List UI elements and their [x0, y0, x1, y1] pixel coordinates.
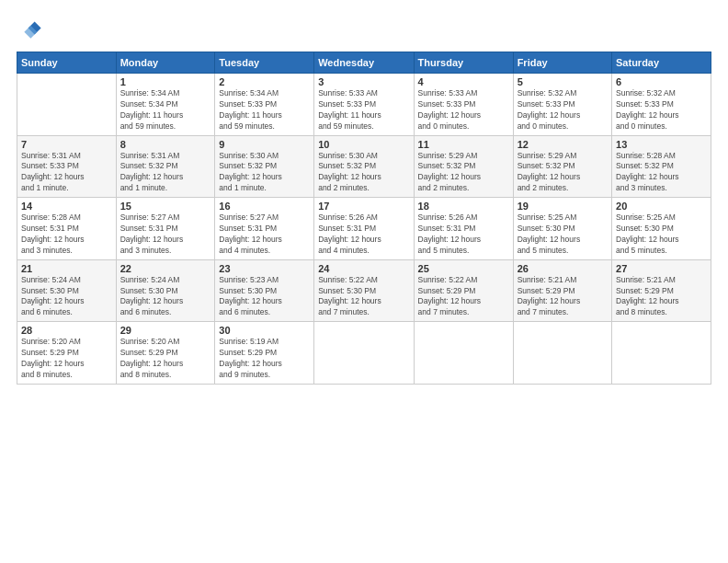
day-cell: 13Sunrise: 5:28 AM Sunset: 5:32 PM Dayli…	[612, 135, 711, 198]
day-cell: 7Sunrise: 5:31 AM Sunset: 5:33 PM Daylig…	[17, 135, 117, 198]
day-cell: 18Sunrise: 5:26 AM Sunset: 5:31 PM Dayli…	[414, 198, 513, 260]
day-info: Sunrise: 5:28 AM Sunset: 5:32 PM Dayligh…	[616, 151, 707, 195]
day-number: 13	[616, 139, 707, 150]
day-info: Sunrise: 5:22 AM Sunset: 5:29 PM Dayligh…	[418, 275, 509, 319]
day-info: Sunrise: 5:29 AM Sunset: 5:32 PM Dayligh…	[418, 151, 509, 195]
weekday-sunday: Sunday	[17, 52, 117, 74]
day-info: Sunrise: 5:20 AM Sunset: 5:29 PM Dayligh…	[120, 337, 211, 381]
day-info: Sunrise: 5:24 AM Sunset: 5:30 PM Dayligh…	[21, 275, 112, 319]
day-info: Sunrise: 5:32 AM Sunset: 5:33 PM Dayligh…	[518, 88, 608, 132]
day-cell: 22Sunrise: 5:24 AM Sunset: 5:30 PM Dayli…	[116, 259, 215, 322]
day-info: Sunrise: 5:21 AM Sunset: 5:29 PM Dayligh…	[518, 275, 608, 319]
day-info: Sunrise: 5:30 AM Sunset: 5:32 PM Dayligh…	[219, 151, 310, 195]
day-number: 18	[418, 201, 509, 212]
day-cell: 1Sunrise: 5:34 AM Sunset: 5:34 PM Daylig…	[116, 74, 215, 136]
day-info: Sunrise: 5:26 AM Sunset: 5:31 PM Dayligh…	[418, 213, 509, 257]
page: SundayMondayTuesdayWednesdayThursdayFrid…	[0, 0, 728, 563]
day-info: Sunrise: 5:31 AM Sunset: 5:32 PM Dayligh…	[120, 151, 211, 195]
day-cell: 12Sunrise: 5:29 AM Sunset: 5:32 PM Dayli…	[513, 135, 611, 198]
day-cell	[612, 322, 711, 385]
week-row-2: 7Sunrise: 5:31 AM Sunset: 5:33 PM Daylig…	[17, 135, 711, 198]
weekday-tuesday: Tuesday	[215, 52, 314, 74]
day-number: 26	[518, 263, 608, 274]
day-cell: 27Sunrise: 5:21 AM Sunset: 5:29 PM Dayli…	[612, 259, 711, 322]
day-cell	[314, 322, 414, 385]
day-info: Sunrise: 5:34 AM Sunset: 5:34 PM Dayligh…	[120, 88, 211, 132]
day-number: 3	[318, 76, 409, 87]
day-info: Sunrise: 5:33 AM Sunset: 5:33 PM Dayligh…	[418, 88, 509, 132]
day-cell: 14Sunrise: 5:28 AM Sunset: 5:31 PM Dayli…	[17, 198, 117, 260]
day-cell	[513, 322, 611, 385]
day-number: 12	[518, 139, 608, 150]
weekday-wednesday: Wednesday	[314, 52, 414, 74]
day-cell: 16Sunrise: 5:27 AM Sunset: 5:31 PM Dayli…	[215, 198, 314, 260]
day-cell: 29Sunrise: 5:20 AM Sunset: 5:29 PM Dayli…	[116, 322, 215, 385]
day-info: Sunrise: 5:32 AM Sunset: 5:33 PM Dayligh…	[616, 88, 707, 132]
day-cell: 6Sunrise: 5:32 AM Sunset: 5:33 PM Daylig…	[612, 74, 711, 136]
day-info: Sunrise: 5:27 AM Sunset: 5:31 PM Dayligh…	[219, 213, 310, 257]
day-number: 17	[318, 201, 409, 212]
logo-icon	[17, 17, 42, 42]
day-number: 6	[616, 76, 707, 87]
day-cell: 26Sunrise: 5:21 AM Sunset: 5:29 PM Dayli…	[513, 259, 611, 322]
day-number: 5	[518, 76, 608, 87]
day-info: Sunrise: 5:25 AM Sunset: 5:30 PM Dayligh…	[616, 213, 707, 257]
day-info: Sunrise: 5:28 AM Sunset: 5:31 PM Dayligh…	[21, 213, 112, 257]
calendar: SundayMondayTuesdayWednesdayThursdayFrid…	[17, 52, 711, 385]
day-info: Sunrise: 5:34 AM Sunset: 5:33 PM Dayligh…	[219, 88, 310, 132]
day-number: 9	[219, 139, 310, 150]
day-cell: 17Sunrise: 5:26 AM Sunset: 5:31 PM Dayli…	[314, 198, 414, 260]
day-cell: 8Sunrise: 5:31 AM Sunset: 5:32 PM Daylig…	[116, 135, 215, 198]
day-number: 16	[219, 201, 310, 212]
day-number: 8	[120, 139, 211, 150]
day-cell: 5Sunrise: 5:32 AM Sunset: 5:33 PM Daylig…	[513, 74, 611, 136]
logo	[17, 17, 44, 42]
week-row-4: 21Sunrise: 5:24 AM Sunset: 5:30 PM Dayli…	[17, 259, 711, 322]
day-number: 19	[518, 201, 608, 212]
day-number: 27	[616, 263, 707, 274]
day-cell: 2Sunrise: 5:34 AM Sunset: 5:33 PM Daylig…	[215, 74, 314, 136]
day-cell: 19Sunrise: 5:25 AM Sunset: 5:30 PM Dayli…	[513, 198, 611, 260]
day-cell: 25Sunrise: 5:22 AM Sunset: 5:29 PM Dayli…	[414, 259, 513, 322]
day-info: Sunrise: 5:30 AM Sunset: 5:32 PM Dayligh…	[318, 151, 409, 195]
day-number: 25	[418, 263, 509, 274]
weekday-saturday: Saturday	[612, 52, 711, 74]
day-number: 28	[21, 325, 112, 336]
day-info: Sunrise: 5:21 AM Sunset: 5:29 PM Dayligh…	[616, 275, 707, 319]
day-info: Sunrise: 5:20 AM Sunset: 5:29 PM Dayligh…	[21, 337, 112, 381]
day-info: Sunrise: 5:22 AM Sunset: 5:30 PM Dayligh…	[318, 275, 409, 319]
day-number: 1	[120, 76, 211, 87]
day-info: Sunrise: 5:23 AM Sunset: 5:30 PM Dayligh…	[219, 275, 310, 319]
day-info: Sunrise: 5:33 AM Sunset: 5:33 PM Dayligh…	[318, 88, 409, 132]
day-cell	[414, 322, 513, 385]
week-row-1: 1Sunrise: 5:34 AM Sunset: 5:34 PM Daylig…	[17, 74, 711, 136]
day-info: Sunrise: 5:24 AM Sunset: 5:30 PM Dayligh…	[120, 275, 211, 319]
day-cell: 4Sunrise: 5:33 AM Sunset: 5:33 PM Daylig…	[414, 74, 513, 136]
day-number: 22	[120, 263, 211, 274]
day-cell: 24Sunrise: 5:22 AM Sunset: 5:30 PM Dayli…	[314, 259, 414, 322]
week-row-5: 28Sunrise: 5:20 AM Sunset: 5:29 PM Dayli…	[17, 322, 711, 385]
day-number: 7	[21, 139, 112, 150]
day-cell: 30Sunrise: 5:19 AM Sunset: 5:29 PM Dayli…	[215, 322, 314, 385]
day-cell: 20Sunrise: 5:25 AM Sunset: 5:30 PM Dayli…	[612, 198, 711, 260]
day-number: 21	[21, 263, 112, 274]
day-info: Sunrise: 5:27 AM Sunset: 5:31 PM Dayligh…	[120, 213, 211, 257]
weekday-monday: Monday	[116, 52, 215, 74]
day-cell: 3Sunrise: 5:33 AM Sunset: 5:33 PM Daylig…	[314, 74, 414, 136]
weekday-header-row: SundayMondayTuesdayWednesdayThursdayFrid…	[17, 52, 711, 74]
day-info: Sunrise: 5:31 AM Sunset: 5:33 PM Dayligh…	[21, 151, 112, 195]
day-info: Sunrise: 5:29 AM Sunset: 5:32 PM Dayligh…	[518, 151, 608, 195]
day-number: 23	[219, 263, 310, 274]
day-info: Sunrise: 5:19 AM Sunset: 5:29 PM Dayligh…	[219, 337, 310, 381]
day-cell: 21Sunrise: 5:24 AM Sunset: 5:30 PM Dayli…	[17, 259, 117, 322]
day-number: 11	[418, 139, 509, 150]
day-info: Sunrise: 5:25 AM Sunset: 5:30 PM Dayligh…	[518, 213, 608, 257]
day-number: 15	[120, 201, 211, 212]
day-cell: 23Sunrise: 5:23 AM Sunset: 5:30 PM Dayli…	[215, 259, 314, 322]
weekday-friday: Friday	[513, 52, 611, 74]
day-number: 14	[21, 201, 112, 212]
day-cell: 15Sunrise: 5:27 AM Sunset: 5:31 PM Dayli…	[116, 198, 215, 260]
day-cell	[17, 74, 117, 136]
day-number: 20	[616, 201, 707, 212]
day-info: Sunrise: 5:26 AM Sunset: 5:31 PM Dayligh…	[318, 213, 409, 257]
